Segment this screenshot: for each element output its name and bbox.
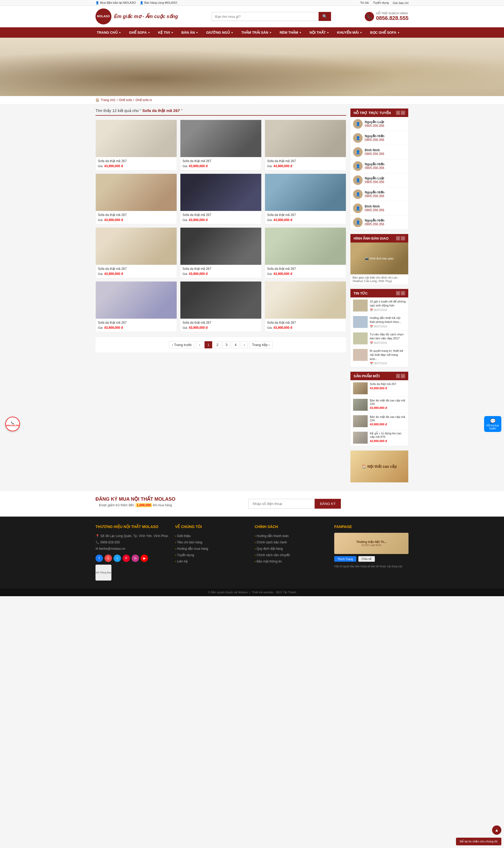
newsletter-submit-button[interactable]: ĐĂNG KÝ: [314, 499, 341, 509]
handover-image: 📷 Hình ảnh bàn giao: [350, 242, 408, 274]
news-item-4[interactable]: Bí quyết trang trí, thiết kế nội thất đẹ…: [350, 347, 408, 367]
new-products-prev-button[interactable]: ‹: [396, 374, 400, 378]
new-product-3[interactable]: Bàn ăn mặt đá cao cấp mã 234 43,900,000 …: [350, 413, 408, 430]
support-agent-8[interactable]: 👤 Nguyễn Hiền 0905.356.356: [350, 215, 408, 230]
support-agent-6[interactable]: 👤 Nguyễn Hiền 0905.356.356: [350, 187, 408, 201]
product-image: [180, 228, 261, 265]
verified-badge: Đã Thông Báo: [95, 565, 111, 580]
products-area: Tìm thấy 12 kết quả cho " Sofa da thật m…: [95, 108, 346, 487]
search-title: Tìm thấy 12 kết quả cho " Sofa da thật m…: [95, 108, 346, 116]
handover-prev-button[interactable]: ‹: [396, 236, 400, 240]
new-products-next-button[interactable]: ›: [401, 374, 405, 378]
product-card[interactable]: Sofa da thật mã 267 Giá: 43,900,000 đ: [265, 281, 346, 332]
breadcrumb: 🏠 Trang chủ / Ghế sofa / Ghế sofa ni: [0, 96, 504, 104]
prev-arrow-button[interactable]: ‹: [196, 341, 203, 348]
google-icon[interactable]: G: [105, 555, 112, 562]
support-agent-7[interactable]: 👤 Đinh Ninh 0905.356.356: [350, 201, 408, 215]
agent-avatar: 👤: [353, 119, 363, 129]
nav-bed[interactable]: GIƯỜNG NGỦ ▼: [202, 27, 237, 38]
pinterest-icon[interactable]: P: [123, 555, 130, 562]
product-image: [265, 282, 346, 319]
news-item-2[interactable]: Hướng dẫn thiết kế nội thất phòng khách …: [350, 314, 408, 330]
new-product-image: [353, 382, 368, 394]
topbar-blog[interactable]: Góc báo chí: [393, 1, 409, 4]
hotline-number[interactable]: 0856.828.555: [376, 15, 409, 21]
instagram-icon[interactable]: in: [131, 555, 139, 562]
nav-carpet[interactable]: THẢM TRẢI SÀN ▼: [237, 27, 276, 38]
search-input[interactable]: [212, 12, 319, 21]
facebook-icon[interactable]: f: [95, 555, 103, 562]
support-agent-2[interactable]: 👤 Nguyễn Hiền 0905.356.356: [350, 131, 408, 145]
footer-policy-col: CHÍNH SÁCH Hướng dẫn thanh toán Chính sá…: [255, 525, 329, 580]
support-prev-button[interactable]: ‹: [396, 111, 400, 115]
product-card[interactable]: Sofa da thật mã 267 Giá: 43,900,000 đ: [180, 174, 262, 224]
product-image: [96, 282, 177, 319]
nav-curtain[interactable]: RÈM THẢM ▼: [276, 27, 306, 38]
nav-promo[interactable]: KHUYẾN MÃI ▼: [333, 27, 366, 38]
next-page-button[interactable]: Trang tiếp ›: [249, 341, 273, 348]
sidebar-banner-box[interactable]: 🏠 Nội thất cao cấp: [350, 450, 409, 483]
support-agent-4[interactable]: 👤 Nguyễn Hiền 0905.356.356: [350, 159, 408, 173]
fanpage-like-button[interactable]: Thích Trang: [334, 556, 356, 562]
nav-dining[interactable]: BÀN ĂN ▼: [178, 27, 202, 38]
product-card[interactable]: Sofa da thật mã 267 Giá: 43,900,000 đ: [180, 281, 262, 332]
topbar-buy[interactable]: 👤 Mua đặm bảo tại MOLASO: [95, 1, 136, 4]
nav-interior[interactable]: NỘI THẤT ▼: [306, 27, 333, 38]
newsletter-title: ĐĂNG KÝ MUA NỘI THẤT MOLASO: [95, 496, 175, 502]
support-agent-1[interactable]: 👤 Nguyễn Luật 0905.356.356: [350, 117, 408, 131]
page-1-button[interactable]: 1: [204, 341, 212, 348]
page-4-button[interactable]: 4: [232, 341, 239, 348]
handover-box: HÌNH ẢNH BÀN GIAO ‹ › 📷 Hình ảnh bàn gia…: [350, 234, 409, 285]
handover-next-button[interactable]: ›: [401, 236, 405, 240]
nav-sofa[interactable]: GHẾ SOFA ▼: [125, 27, 154, 38]
page-3-button[interactable]: 3: [222, 341, 230, 348]
news-next-button[interactable]: ›: [401, 291, 405, 295]
logo[interactable]: MOLASO Êm giấc mơ - Ấm cuộc sống: [95, 8, 178, 24]
new-product-2[interactable]: Bàn ăn mặt đá cao cấp mã 234 43,900,000 …: [350, 397, 408, 413]
product-card[interactable]: Sofa da thật mã 267 Giá: 43,900,000 đ: [95, 174, 177, 224]
nav-tv[interactable]: KỆ TIVI ▼: [154, 27, 178, 38]
main-nav: TRANG CHỦ ▼ GHẾ SOFA ▼ KỆ TIVI ▼ BÀN ĂN …: [0, 27, 504, 38]
floating-messenger[interactable]: 💬 Hỗ trợ trực tuyến: [484, 416, 501, 432]
top-bar: 👤 Mua đặm bảo tại MOLASO 👤 Bán hàng cùng…: [0, 0, 504, 6]
new-product-1[interactable]: Sofa da thật mã 267 43,900,000 đ: [350, 380, 408, 397]
agent-avatar: 👤: [353, 175, 363, 185]
youtube-icon[interactable]: ▶: [141, 555, 148, 562]
product-card[interactable]: Sofa da thật mã 267 Giá: 43,900,000 đ: [265, 174, 346, 224]
support-next-button[interactable]: ›: [401, 111, 405, 115]
product-card[interactable]: Sofa da thật mã 267 Giá: 43,900,000 đ: [265, 120, 346, 170]
product-card[interactable]: Sofa da thật mã 267 Giá: 43,900,000 đ: [95, 228, 177, 278]
nav-cover[interactable]: BỌC GHẾ SOFA ▼: [366, 27, 404, 38]
fanpage-share-button[interactable]: Chia sẻ: [358, 556, 375, 562]
product-card[interactable]: Sofa da thật mã 267 Giá: 43,900,000 đ: [95, 120, 177, 170]
prev-page-button[interactable]: ‹ Trang trước: [169, 341, 195, 348]
product-card[interactable]: Sofa da thật mã 267 Giá: 43,900,000 đ: [95, 281, 177, 332]
news-item-3[interactable]: Tư vấn đầy đủ cách chọn bàn làm việc đẹp…: [350, 330, 408, 347]
new-product-4[interactable]: Kệ gỗ + tủ đựng tivi cao cấp mã 876 43,9…: [350, 430, 408, 446]
topbar-sell[interactable]: 👤 Bán hàng cùng MOLASO: [140, 1, 177, 4]
social-links: f G t P in ▶: [95, 555, 170, 562]
search-button[interactable]: 🔍: [319, 12, 331, 21]
product-card[interactable]: Sofa da thật mã 267 Giá: 43,900,000 đ: [180, 120, 262, 170]
agent-avatar: 👤: [353, 218, 363, 227]
product-image: [265, 228, 346, 265]
search-box: 🔍: [212, 12, 331, 21]
topbar-news[interactable]: Tin tức: [360, 1, 369, 4]
footer-brand-col: THƯƠNG HIỆU NỘI THẤT MOLASO 📍 Số 38 Lạc …: [95, 525, 170, 580]
support-agent-5[interactable]: 👤 Nguyễn Luật 0905.356.356: [350, 173, 408, 187]
support-nav-arrows: ‹ ›: [396, 111, 405, 115]
product-card[interactable]: Sofa da thật mã 267 Giá: 43,900,000 đ: [180, 228, 262, 278]
product-image: [180, 282, 261, 319]
news-thumbnail: [353, 316, 368, 328]
news-item-1[interactable]: 10 gợi ý tuyệt vời để phòng ngủ sinh độn…: [350, 297, 408, 314]
support-agent-3[interactable]: 👤 Đinh Ninh 0905.356.356: [350, 145, 408, 159]
newsletter-input[interactable]: [248, 499, 314, 509]
news-prev-button[interactable]: ‹: [396, 291, 400, 295]
product-card[interactable]: Sofa da thật mã 267 Giá: 43,900,000 đ: [265, 228, 346, 278]
twitter-icon[interactable]: t: [113, 555, 121, 562]
page-2-button[interactable]: 2: [214, 341, 221, 348]
nav-home[interactable]: TRANG CHỦ ▼: [93, 27, 125, 38]
next-arrow-button[interactable]: ›: [241, 341, 248, 348]
floating-phone[interactable]: 📞 0866.828.555: [5, 417, 20, 431]
topbar-recruit[interactable]: Tuyển dụng: [373, 1, 389, 4]
